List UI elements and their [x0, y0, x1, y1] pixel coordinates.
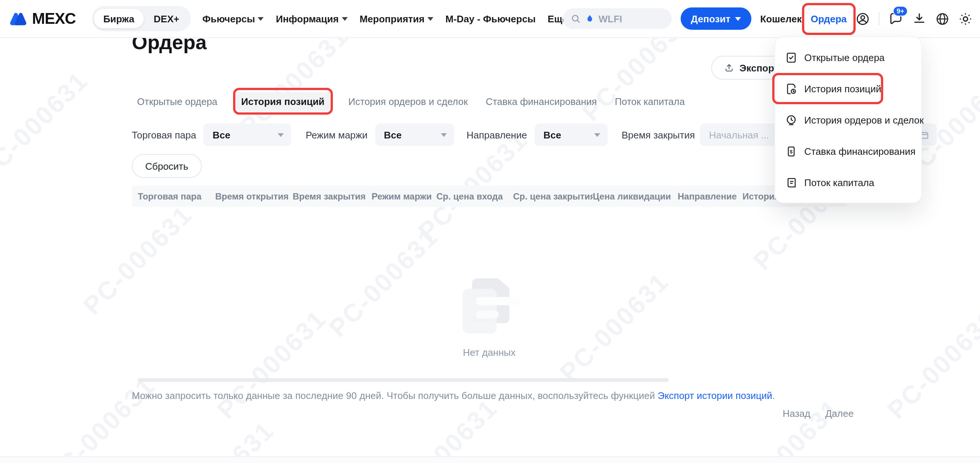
- watermark: PC-000631: [725, 393, 846, 463]
- close-time-filter-label: Время закрытия: [621, 129, 695, 140]
- menu-item-order-trade-history[interactable]: История ордеров и сделок: [775, 104, 921, 135]
- direction-filter-label: Направление: [466, 129, 527, 140]
- funding-rate-icon: $: [785, 145, 797, 157]
- token-droplet-icon: [585, 14, 594, 23]
- capital-flow-icon: [785, 176, 797, 189]
- watermark: PC-000631: [40, 371, 161, 463]
- column-header: Время закрытия: [293, 191, 372, 201]
- wallet-link[interactable]: Кошелек: [760, 13, 802, 24]
- toggle-spot[interactable]: Биржа: [94, 9, 144, 28]
- svg-text:$: $: [790, 149, 793, 154]
- menu-item-position-history[interactable]: История позиций: [775, 73, 921, 104]
- prev-page-button[interactable]: Назад: [783, 408, 811, 419]
- chevron-down-icon: [735, 17, 741, 21]
- watermark: PC-000631: [882, 304, 980, 425]
- column-header: Цена ликвидации: [593, 191, 678, 201]
- nav-info[interactable]: Информация: [276, 13, 348, 24]
- chevron-down-icon: [342, 17, 348, 21]
- watermark: PC-000631: [0, 66, 94, 187]
- doc-check-icon: [785, 51, 797, 63]
- tab-position-history-wrap: История позиций: [235, 95, 331, 108]
- horizontal-scrollbar[interactable]: [138, 378, 669, 382]
- table-header-row: Торговая пара Время открытия Время закры…: [132, 186, 847, 207]
- column-header: Режим маржи: [372, 191, 436, 201]
- app-window: PC-000631PC-000631PC-000631PC-000631PC-0…: [0, 0, 980, 463]
- mexc-logo[interactable]: MEXC: [9, 9, 76, 28]
- position-history-table: Торговая пара Время открытия Время закры…: [132, 186, 847, 380]
- download-icon[interactable]: [912, 11, 926, 26]
- empty-state-text: Нет данных: [463, 347, 516, 358]
- search-icon: [570, 13, 581, 24]
- chat-icon[interactable]: 9+: [888, 11, 903, 26]
- tab-position-history[interactable]: История позиций: [235, 92, 331, 111]
- chevron-down-icon: [441, 133, 446, 137]
- pair-select[interactable]: Все: [204, 124, 291, 146]
- menu-item-capital-flow[interactable]: Поток капитала: [775, 167, 921, 198]
- chevron-down-icon: [428, 17, 433, 21]
- orders-link[interactable]: Ордера: [811, 13, 847, 24]
- chat-badge: 9+: [893, 6, 908, 16]
- export-history-link[interactable]: Экспорт истории позиций: [657, 390, 772, 401]
- tab-funding-rate[interactable]: Ставка финансирования: [485, 96, 597, 107]
- divider: [879, 12, 880, 25]
- next-page-button[interactable]: Далее: [826, 408, 854, 419]
- column-header: Время открытия: [215, 191, 293, 201]
- no-data-icon: [460, 278, 519, 336]
- mexc-logo-icon: [9, 9, 27, 28]
- margin-filter-label: Режим маржи: [306, 129, 368, 140]
- chevron-down-icon: [594, 133, 600, 137]
- tab-capital-flow[interactable]: Поток капитала: [615, 96, 685, 107]
- pagination: Назад Далее: [783, 408, 854, 419]
- tab-order-trade-history[interactable]: История ордеров и сделок: [348, 96, 468, 107]
- chevron-down-icon: [258, 17, 264, 21]
- table-body: Нет данных: [132, 207, 847, 380]
- market-toggle: Биржа DEX+: [92, 6, 190, 31]
- menu-item-open-orders[interactable]: Открытые ордера: [775, 42, 921, 73]
- search-placeholder: WLFI: [599, 13, 622, 24]
- watermark: PC-000631: [159, 416, 280, 463]
- globe-icon[interactable]: [935, 11, 950, 26]
- nav-futures[interactable]: Фьючерсы: [202, 13, 264, 24]
- pair-filter-label: Торговая пара: [132, 129, 196, 140]
- upload-icon: [724, 62, 734, 73]
- nav-events[interactable]: Мероприятия: [360, 13, 434, 24]
- watermark: PC-000631: [383, 393, 503, 463]
- column-header: Торговая пара: [138, 191, 215, 201]
- reset-button[interactable]: Сбросить: [132, 154, 202, 178]
- mexc-wordmark: MEXC: [32, 10, 76, 27]
- margin-select[interactable]: Все: [375, 124, 454, 146]
- account-icon[interactable]: [856, 11, 870, 26]
- doc-clock-icon: [785, 82, 797, 95]
- column-header: Ср. цена входа: [436, 191, 513, 201]
- column-header: Направление: [678, 191, 743, 201]
- chevron-down-icon: [278, 133, 284, 137]
- history-limit-note: Можно запросить только данные за последн…: [132, 390, 847, 401]
- empty-state: Нет данных: [132, 278, 847, 358]
- top-navbar: MEXC Биржа DEX+ Фьючерсы Информация Меро…: [0, 0, 980, 38]
- tab-open-orders[interactable]: Открытые ордера: [137, 96, 218, 107]
- deposit-button[interactable]: Депозит: [681, 8, 751, 30]
- start-date-input[interactable]: Начальная ...: [709, 129, 769, 140]
- direction-select[interactable]: Все: [534, 124, 607, 146]
- orders-dropdown-menu: Открытые ордера История позиций История …: [775, 36, 922, 203]
- toggle-dex[interactable]: DEX+: [144, 9, 189, 28]
- footer-strip: [0, 456, 980, 463]
- search-input[interactable]: WLFI: [563, 8, 672, 29]
- nav-mday[interactable]: M-Day - Фьючерсы: [445, 13, 536, 24]
- clock-history-icon: [785, 114, 797, 126]
- column-header: Ср. цена закрытия: [513, 191, 593, 201]
- orders-tabs: Открытые ордера История позиций История …: [137, 95, 685, 108]
- theme-sun-icon[interactable]: [958, 11, 972, 26]
- menu-item-funding-rate[interactable]: $ Ставка финансирования: [775, 135, 921, 167]
